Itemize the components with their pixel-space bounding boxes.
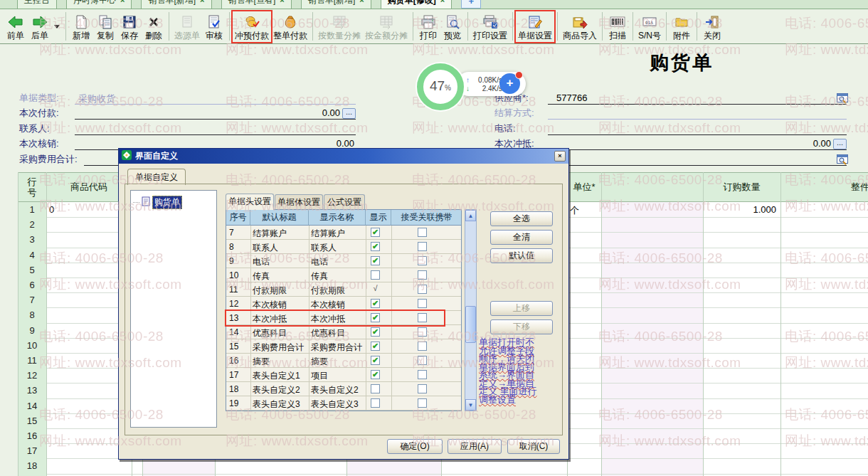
show-checkbox[interactable]: ✔ [371, 228, 380, 237]
watermark-website: 网址: www.tdxsoft.com [412, 354, 555, 372]
net-monitor-percent-ring: 47% [417, 63, 464, 110]
show-checkbox[interactable]: ✔ [371, 256, 380, 265]
watermark-website: 网址: www.tdxsoft.com [785, 41, 868, 59]
watermark-phone: 电话: 4006-6500-28 [39, 14, 164, 33]
upload-arrow-icon: ↑ [466, 76, 470, 84]
tab-close-icon[interactable]: × [440, 0, 445, 4]
table-cell-border [309, 382, 309, 396]
watermark-phone: 电话: 4006-6500-28 [598, 92, 723, 111]
table-cell: 表头自定义2 [253, 384, 300, 396]
watermark-phone: 电话: 4006-6500-28 [785, 327, 868, 346]
show-checkbox[interactable] [371, 398, 380, 408]
show-checkbox[interactable] [371, 270, 380, 280]
tab-close-icon[interactable]: × [200, 0, 204, 4]
watermark-website: 网址: www.tdxsoft.com [785, 275, 868, 294]
show-checkbox[interactable]: ✔ [371, 327, 380, 337]
tab-1[interactable]: 序时薄中心× [66, 0, 132, 9]
dialog-title-bar: 界面自定义 [119, 149, 568, 164]
audit-icon [207, 13, 221, 31]
table-row-12[interactable]: 12本次核销本次核销✔ [226, 297, 461, 311]
offset-this-time-ellipsis-button[interactable]: ... [833, 139, 847, 149]
source-doc-icon [180, 13, 194, 31]
grid-row-number: 3 [18, 234, 46, 245]
table-cell: 结算账户 [253, 228, 287, 240]
extra-lookup-field-field-line[interactable] [548, 165, 847, 166]
show-checkbox[interactable]: ✔ [371, 242, 380, 251]
clear-all-button[interactable]: 全清 [490, 230, 553, 245]
lookup-icon[interactable] [837, 154, 849, 167]
offset-this-time-field-line[interactable] [548, 149, 847, 150]
table-cell-border [366, 254, 366, 268]
assoc-checkbox[interactable] [418, 299, 427, 308]
grid-column-border [46, 172, 47, 476]
tab-4[interactable]: 销售单[新增]× [301, 0, 371, 9]
tab-2[interactable]: 销售单[新增]× [141, 0, 211, 9]
table-cell-border [366, 240, 366, 254]
watermark-phone: 电话: 4006-6500-28 [785, 14, 868, 33]
supplier-value[interactable]: 577766 [556, 92, 587, 103]
watermark-website: 网址: www.tdxsoft.com [598, 354, 741, 372]
table-cell-border [391, 282, 392, 297]
grid-row-border [18, 474, 868, 475]
watermark-phone: 电话: 4006-6500-28 [39, 406, 164, 424]
toolbar-prev-doc-button[interactable]: 前单 [4, 9, 27, 43]
watermark-website: 网址: www.tdxsoft.com [785, 119, 868, 137]
watermark-website: 网址: www.tdxsoft.com [598, 275, 741, 294]
tab-0[interactable]: 主控台 [17, 0, 57, 9]
assoc-checkbox[interactable] [418, 228, 427, 237]
tab-close-icon[interactable]: × [280, 0, 284, 4]
show-checkbox[interactable]: √ [371, 285, 380, 294]
show-checkbox[interactable]: ✔ [371, 356, 380, 365]
assoc-checkbox[interactable] [418, 384, 427, 393]
watermark-phone: 电话: 4006-6500-28 [39, 92, 164, 111]
grid-row-number: 2 [18, 219, 46, 230]
grid-column-border [703, 172, 704, 476]
close-icon[interactable]: × [554, 151, 566, 162]
tab-active-5[interactable]: 购货单[修改]× [381, 0, 452, 9]
watermark-phone: 电话: 4006-6500-28 [598, 171, 723, 189]
watermark-website: 网址: www.tdxsoft.com [785, 354, 868, 372]
tab-close-icon[interactable]: × [120, 0, 125, 4]
percent-value: 47 [430, 78, 445, 94]
watermark-phone: 电话: 4006-6500-28 [598, 249, 723, 268]
new-tab-button[interactable]: + [461, 0, 481, 9]
annotation-box [514, 10, 556, 43]
table-cell-border [391, 254, 392, 268]
table-row-7[interactable]: 7结算账户结算账户✔ [226, 226, 461, 240]
show-checkbox[interactable]: ✔ [371, 370, 380, 379]
table-cell-border [366, 396, 366, 411]
toolbar-select-source-button: 选源单 [173, 9, 201, 43]
tab-close-icon[interactable]: × [359, 0, 364, 4]
table-cell: 12 [229, 299, 238, 309]
show-checkbox[interactable]: ✔ [371, 299, 380, 308]
table-cell: 7 [229, 228, 234, 238]
offset-this-time-value[interactable]: 0.00 [767, 138, 831, 149]
grid-row-number: 18 [18, 460, 46, 471]
watermark-website: 网址: www.tdxsoft.com [598, 119, 741, 137]
table-cell-border [391, 297, 392, 311]
show-checkbox[interactable]: ✔ [371, 342, 380, 351]
toolbar-button-label: 选源单 [174, 31, 200, 41]
tab-label: 销售单[查看] [228, 0, 276, 6]
watermark-website: 网址: www.tdxsoft.com [412, 432, 555, 450]
watermark-website: 网址: www.tdxsoft.com [598, 432, 741, 450]
watermark-website: 网址: www.tdxsoft.com [598, 41, 741, 59]
watermark-website: 网址: www.tdxsoft.com [412, 119, 555, 137]
table-scrollbar[interactable]: ▲▼ [465, 209, 477, 411]
table-row-18[interactable]: 18表头自定义2表头自定义2 [226, 382, 461, 396]
percent-symbol: % [445, 84, 451, 92]
table-cell: 18 [229, 384, 238, 394]
toolbar-audit-button[interactable]: 审核 [203, 9, 226, 43]
cell-unit[interactable]: 个 [570, 204, 579, 217]
tab-3[interactable]: 销售单[查看]× [221, 0, 292, 9]
toolbar-button-label: 审核 [206, 31, 223, 41]
show-checkbox[interactable] [371, 384, 380, 393]
column-header-单位*: 单位* [567, 172, 601, 202]
toolbar-button-label: 按金额分摊 [365, 31, 408, 41]
toolbar-import-products-button[interactable]: 商品导入 [561, 9, 598, 43]
download-speed: 2.4K/s [472, 85, 502, 92]
writeoff-this-time-value[interactable]: 0.00 [290, 138, 354, 149]
dialog-title: 界面自定义 [135, 150, 178, 162]
watermark-website: 网址: www.tdxsoft.com [226, 119, 369, 137]
watermark-phone: 电话: 4006-6500-28 [598, 406, 723, 424]
